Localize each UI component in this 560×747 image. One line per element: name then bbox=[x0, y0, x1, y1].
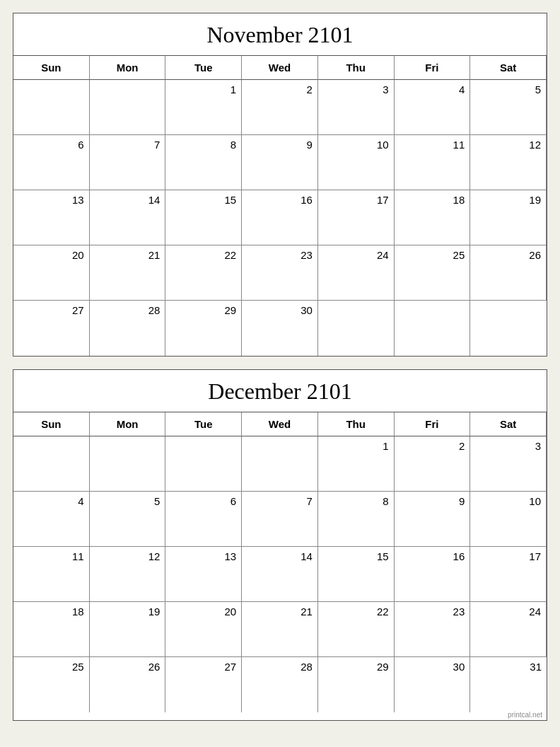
dec-w1-thu: 1 bbox=[318, 436, 395, 492]
nov-w4-sat: 26 bbox=[470, 245, 547, 301]
nov-w5-tue: 29 bbox=[165, 301, 242, 356]
dec-w1-sat: 3 bbox=[470, 436, 547, 492]
december-grid: Sun Mon Tue Wed Thu Fri Sat 1 2 3 4 5 6 … bbox=[13, 412, 547, 712]
nov-w3-wed: 16 bbox=[242, 190, 318, 245]
nov-w3-sat: 19 bbox=[470, 190, 547, 245]
nov-w3-thu: 17 bbox=[318, 190, 395, 245]
dec-w3-thu: 15 bbox=[318, 547, 395, 602]
nov-w5-sat bbox=[470, 301, 547, 356]
dec-w5-sat: 31 bbox=[470, 657, 547, 712]
nov-w5-mon: 28 bbox=[90, 301, 166, 356]
dec-header-sat: Sat bbox=[470, 412, 547, 436]
dec-w3-mon: 12 bbox=[90, 547, 166, 602]
dec-header-tue: Tue bbox=[165, 412, 242, 436]
nov-w2-mon: 7 bbox=[90, 135, 166, 190]
dec-w1-mon bbox=[90, 436, 166, 492]
dec-w4-sat: 24 bbox=[470, 602, 547, 657]
header-sun: Sun bbox=[13, 56, 90, 80]
header-sat: Sat bbox=[470, 56, 547, 80]
nov-w1-sat: 5 bbox=[470, 80, 547, 135]
nov-w2-sun: 6 bbox=[13, 135, 90, 190]
nov-w5-thu bbox=[318, 301, 395, 356]
dec-header-fri: Fri bbox=[395, 412, 471, 436]
nov-w1-tue: 1 bbox=[165, 80, 242, 135]
dec-w5-wed: 28 bbox=[242, 657, 318, 712]
nov-w1-mon bbox=[90, 80, 166, 135]
nov-w3-fri: 18 bbox=[395, 190, 471, 245]
dec-w4-mon: 19 bbox=[90, 602, 166, 657]
november-title: November 2101 bbox=[13, 13, 547, 56]
dec-w3-tue: 13 bbox=[165, 547, 242, 602]
nov-w4-mon: 21 bbox=[90, 245, 166, 301]
header-mon: Mon bbox=[90, 56, 166, 80]
dec-w2-tue: 6 bbox=[165, 492, 242, 547]
december-title: December 2101 bbox=[13, 370, 547, 412]
nov-w4-wed: 23 bbox=[242, 245, 318, 301]
dec-w4-thu: 22 bbox=[318, 602, 395, 657]
nov-w4-tue: 22 bbox=[165, 245, 242, 301]
dec-w3-sun: 11 bbox=[13, 547, 90, 602]
nov-w2-thu: 10 bbox=[318, 135, 395, 190]
dec-w3-wed: 14 bbox=[242, 547, 318, 602]
december-calendar: December 2101 Sun Mon Tue Wed Thu Fri Sa… bbox=[13, 369, 547, 721]
dec-w5-tue: 27 bbox=[165, 657, 242, 712]
nov-w1-fri: 4 bbox=[395, 80, 471, 135]
dec-w1-sun bbox=[13, 436, 90, 492]
header-thu: Thu bbox=[318, 56, 395, 80]
nov-w1-wed: 2 bbox=[242, 80, 318, 135]
dec-w5-sun: 25 bbox=[13, 657, 90, 712]
dec-w5-thu: 29 bbox=[318, 657, 395, 712]
nov-w2-sat: 12 bbox=[470, 135, 547, 190]
nov-w3-mon: 14 bbox=[90, 190, 166, 245]
dec-w2-mon: 5 bbox=[90, 492, 166, 547]
dec-w2-sun: 4 bbox=[13, 492, 90, 547]
dec-w5-fri: 30 bbox=[395, 657, 471, 712]
nov-w2-fri: 11 bbox=[395, 135, 471, 190]
nov-w1-thu: 3 bbox=[318, 80, 395, 135]
november-grid: Sun Mon Tue Wed Thu Fri Sat 1 2 3 4 5 6 … bbox=[13, 56, 547, 356]
nov-w2-tue: 8 bbox=[165, 135, 242, 190]
dec-w1-tue bbox=[165, 436, 242, 492]
nov-w4-thu: 24 bbox=[318, 245, 395, 301]
dec-w1-wed bbox=[242, 436, 318, 492]
dec-w2-fri: 9 bbox=[395, 492, 471, 547]
header-fri: Fri bbox=[395, 56, 471, 80]
dec-w2-wed: 7 bbox=[242, 492, 318, 547]
dec-w4-wed: 21 bbox=[242, 602, 318, 657]
header-tue: Tue bbox=[165, 56, 242, 80]
november-calendar: November 2101 Sun Mon Tue Wed Thu Fri Sa… bbox=[13, 13, 547, 357]
dec-header-sun: Sun bbox=[13, 412, 90, 436]
dec-w5-mon: 26 bbox=[90, 657, 166, 712]
header-wed: Wed bbox=[242, 56, 318, 80]
dec-header-thu: Thu bbox=[318, 412, 395, 436]
nov-w3-tue: 15 bbox=[165, 190, 242, 245]
nov-w5-fri bbox=[395, 301, 471, 356]
nov-w4-fri: 25 bbox=[395, 245, 471, 301]
dec-w4-tue: 20 bbox=[165, 602, 242, 657]
nov-w5-wed: 30 bbox=[242, 301, 318, 356]
dec-header-mon: Mon bbox=[90, 412, 166, 436]
dec-w4-fri: 23 bbox=[395, 602, 471, 657]
dec-w3-fri: 16 bbox=[395, 547, 471, 602]
nov-w5-sun: 27 bbox=[13, 301, 90, 356]
dec-header-wed: Wed bbox=[242, 412, 318, 436]
dec-w4-sun: 18 bbox=[13, 602, 90, 657]
nov-w3-sun: 13 bbox=[13, 190, 90, 245]
dec-w2-thu: 8 bbox=[318, 492, 395, 547]
nov-w1-sun bbox=[13, 80, 90, 135]
dec-w2-sat: 10 bbox=[470, 492, 547, 547]
nov-w2-wed: 9 bbox=[242, 135, 318, 190]
dec-w1-fri: 2 bbox=[395, 436, 471, 492]
dec-w3-sat: 17 bbox=[470, 547, 547, 602]
nov-w4-sun: 20 bbox=[13, 245, 90, 301]
